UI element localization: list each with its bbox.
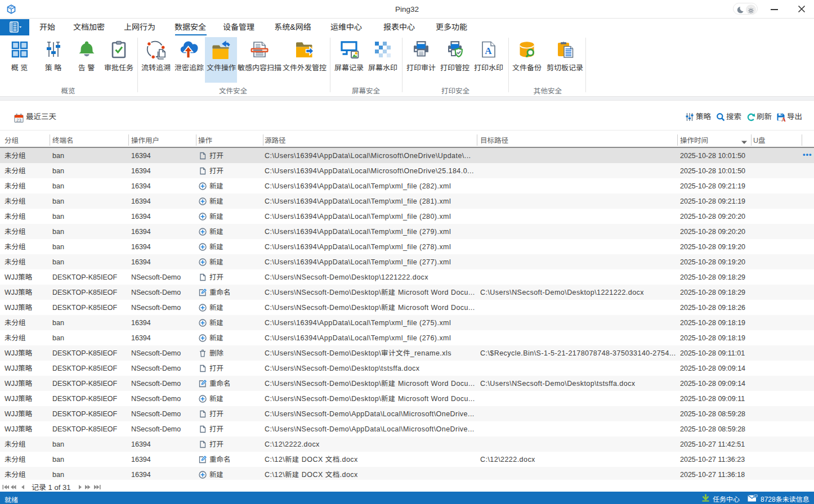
svg-text:A: A xyxy=(781,116,786,122)
svg-text:23: 23 xyxy=(16,118,21,123)
svg-text:A: A xyxy=(485,46,492,56)
